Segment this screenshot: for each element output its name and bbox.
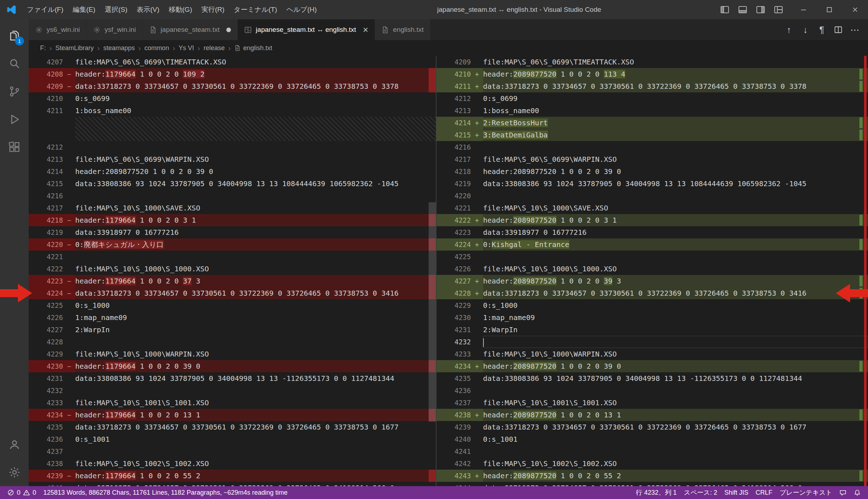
code-line-4216[interactable]: 4216 [437, 141, 868, 153]
left-scrollbar[interactable] [429, 56, 436, 486]
code-line-4237[interactable]: 4237 [29, 445, 436, 457]
activitybar-run-debug[interactable] [0, 105, 29, 133]
code-line-4239[interactable]: 4239−header:1179664 1 0 0 2 0 55 2 [29, 470, 436, 482]
previous-change-button[interactable]: ↑ [781, 22, 796, 37]
code-line-4238[interactable]: 4238+header:2089877520 1 0 0 2 0 13 1 [437, 409, 868, 421]
activitybar-account[interactable] [0, 430, 29, 458]
code-line-4234[interactable]: 4234−header:1179664 1 0 0 2 0 13 1 [29, 409, 436, 421]
code-line-4207[interactable]: 4207file:MAP\S_06\S_0699\TIMEATTACK.XSO [29, 56, 436, 68]
code-line-4220[interactable]: 4220 [437, 190, 868, 202]
code-line-4229[interactable]: 42290:s_1000 [437, 299, 868, 311]
code-line-4228[interactable]: 4228 [29, 336, 436, 348]
code-line-4230[interactable]: 4230−header:1179664 1 0 0 2 0 39 0 [29, 360, 436, 372]
minimize-button[interactable] [791, 0, 816, 19]
code-line-4214[interactable]: 4214header:2089877520 1 0 0 2 0 39 0 [29, 165, 436, 178]
code-line-4226[interactable]: 42261:map_name09 [29, 311, 436, 324]
close-tab-icon[interactable]: × [363, 25, 368, 34]
activitybar-source-control[interactable] [0, 77, 29, 105]
toggle-panel-icon[interactable] [735, 2, 751, 18]
overview-ruler[interactable] [859, 56, 868, 486]
activitybar-settings[interactable] [0, 458, 29, 486]
customize-layout-icon[interactable] [771, 2, 786, 18]
code-line-4241[interactable]: 4241 [437, 445, 868, 457]
close-button[interactable] [842, 0, 868, 19]
more-actions-button[interactable]: ⋯ [847, 22, 862, 37]
code-line-4230[interactable]: 42301:map_name09 [437, 311, 868, 324]
code-line-4208[interactable]: 4208−header:1179664 1 0 0 2 0 109 2 [29, 68, 436, 80]
tab-japanese-steam-txt[interactable]: japanese_steam.txt [143, 19, 238, 40]
code-line-4240[interactable]: 42400:s_1001 [437, 433, 868, 445]
menu-edit[interactable]: 編集(E) [68, 0, 100, 19]
code-line-4218[interactable]: 4218header:2089877520 1 0 0 2 0 39 0 [437, 165, 868, 178]
next-change-button[interactable]: ↓ [798, 22, 813, 37]
code-line-4213[interactable]: 4213file:MAP\S_06\S_0699\WARPIN.XSO [29, 153, 436, 165]
code-line-4210[interactable]: 4210+header:2089877520 1 0 0 2 0 113 4 [437, 68, 868, 80]
code-line-4243[interactable]: 4243+header:2089877520 1 0 0 2 0 55 2 [437, 470, 868, 482]
tab-ys6-win-ini[interactable]: ys6_win.ini [29, 19, 87, 40]
code-line-4232[interactable]: 4232 [437, 336, 868, 348]
menu-help[interactable]: ヘルプ(H) [282, 0, 322, 19]
notifications-bell-icon[interactable] [850, 486, 864, 499]
code-line-4219[interactable]: 4219data:33918977 0 16777216 [29, 226, 436, 238]
menu-file[interactable]: ファイル(F) [22, 0, 68, 19]
code-line-4227[interactable]: 42272:WarpIn [29, 324, 436, 336]
breadcrumb-item[interactable]: Ys VI [177, 44, 196, 53]
menu-run[interactable]: 実行(R) [197, 0, 229, 19]
code-line-4221[interactable]: 4221 [29, 251, 436, 263]
vscode-logo-icon[interactable] [6, 5, 16, 15]
code-line-4231[interactable]: 4231data:33808386 93 1024 33787905 0 340… [29, 372, 436, 384]
code-line-4209[interactable]: 4209file:MAP\S_06\S_0699\TIMEATTACK.XSO [437, 56, 868, 68]
menu-go[interactable]: 移動(G) [164, 0, 197, 19]
code-line-4217[interactable]: 4217file:MAP\S_06\S_0699\WARPIN.XSO [437, 153, 868, 165]
menu-view[interactable]: 表示(V) [132, 0, 164, 19]
tab-english-txt[interactable]: english.txt [375, 19, 430, 40]
code-line-4217[interactable]: 4217file:MAP\S_10\S_1000\SAVE.XSO [29, 202, 436, 214]
menu-terminal[interactable]: ターミナル(T) [229, 0, 282, 19]
code-line-4240[interactable]: 4240data:33718273 0 33734657 0 33730561 … [29, 482, 436, 486]
code-line-4227[interactable]: 4227+header:2089877520 1 0 0 2 0 39 3 [437, 275, 868, 287]
maximize-button[interactable] [816, 0, 842, 19]
breadcrumb-item[interactable]: steamapps [102, 44, 136, 53]
breadcrumb-item[interactable]: english.txt [233, 44, 274, 53]
code-line-4233[interactable]: 4233file:MAP\S_10\S_1001\S_1001.XSO [29, 397, 436, 409]
code-line-4215[interactable]: 4215+3:BeatDemiGalba [437, 129, 868, 141]
code-line-4239[interactable]: 4239data:33718273 0 33734657 0 33730561 … [437, 421, 868, 433]
eol-setting[interactable]: CRLF [752, 486, 776, 499]
code-line-4213[interactable]: 42131:boss_name00 [437, 105, 868, 117]
problems-indicator[interactable]: 0 0 [4, 486, 40, 499]
split-editor-button[interactable] [831, 22, 846, 37]
code-line-4228[interactable]: 4228+data:33718273 0 33734657 0 33730561… [437, 287, 868, 299]
code-line-4229[interactable]: 4229file:MAP\S_10\S_1000\WARPIN.XSO [29, 348, 436, 360]
code-line-4212[interactable]: 42120:s_0699 [437, 92, 868, 105]
breadcrumb-item[interactable]: release [202, 44, 226, 53]
code-line-4231[interactable]: 42312:WarpIn [437, 324, 868, 336]
file-encoding[interactable]: Shift JIS [721, 486, 752, 499]
code-line-4221[interactable]: 4221file:MAP\S_10\S_1000\SAVE.XSO [437, 202, 868, 214]
breadcrumb-item[interactable]: common [143, 44, 170, 53]
render-whitespace-button[interactable]: ¶ [814, 22, 829, 37]
breadcrumb-item[interactable]: F: [39, 44, 47, 53]
modified-dot-icon[interactable] [226, 28, 231, 32]
menu-selection[interactable]: 選択(S) [100, 0, 132, 19]
tab-ysf-win-ini[interactable]: ysf_win.ini [87, 19, 143, 40]
activitybar-extensions[interactable] [0, 133, 29, 161]
cursor-position[interactable]: 行 4232、列 1 [632, 486, 680, 499]
code-line-4225[interactable]: 42250:s_1000 [29, 299, 436, 311]
code-line-4220[interactable]: 4220−0:廃都キシュガル・入り口 [29, 238, 436, 251]
tab-diff-japanese-english[interactable]: japanese_steam.txt ↔ english.txt× [238, 19, 375, 40]
code-line-4236[interactable]: 42360:s_1001 [29, 433, 436, 445]
code-line-4216[interactable]: 4216 [29, 190, 436, 202]
activitybar-explorer[interactable]: 1 [0, 21, 29, 49]
code-line-4242[interactable]: 4242file:MAP\S_10\S_1002\S_1002.XSO [437, 457, 868, 470]
code-line-4214[interactable]: 4214+2:ResetBossHurt [437, 117, 868, 129]
code-line-4210[interactable]: 42100:s_0699 [29, 92, 436, 105]
code-line-4237[interactable]: 4237file:MAP\S_10\S_1001\S_1001.XSO [437, 397, 868, 409]
activitybar-search[interactable] [0, 49, 29, 77]
code-line-4224[interactable]: 4224−data:33718273 0 33734657 0 33730561… [29, 287, 436, 299]
code-line-4223[interactable]: 4223data:33918977 0 16777216 [437, 226, 868, 238]
code-line-4233[interactable]: 4233file:MAP\S_10\S_1000\WARPIN.XSO [437, 348, 868, 360]
code-line-4224[interactable]: 4224+0:Kishgal - Entrance [437, 238, 868, 251]
code-line-4236[interactable]: 4236 [437, 384, 868, 397]
breadcrumb-item[interactable]: SteamLibrary [54, 44, 95, 53]
code-line-4219[interactable]: 4219data:33808386 93 1024 33787905 0 340… [437, 178, 868, 190]
